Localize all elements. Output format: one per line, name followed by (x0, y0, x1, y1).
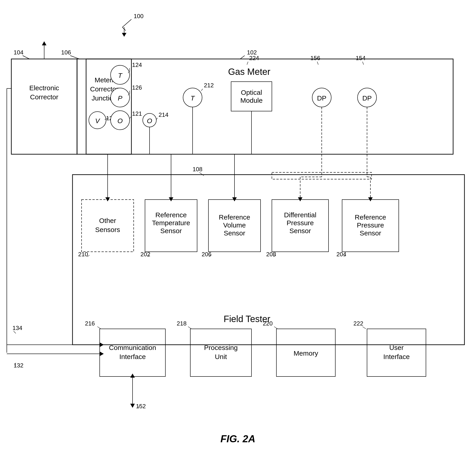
ref-202: 202 (140, 251, 150, 258)
rps-label2: Pressure (357, 221, 384, 229)
ref-126: 126 (132, 84, 142, 91)
ref-121: 121 (132, 110, 142, 117)
ref-204: 204 (336, 251, 346, 258)
ref-214: 214 (159, 111, 168, 118)
ref-218: 218 (177, 320, 187, 327)
ref-222: 222 (353, 320, 363, 327)
rvs-label3: Sensor (224, 229, 245, 237)
ref-106: 106 (61, 49, 71, 56)
svg-line-0 (122, 19, 131, 27)
t1-label: T (118, 72, 123, 79)
pu-label2: Unit (215, 353, 227, 360)
dp1-label: DP (317, 94, 326, 102)
svg-marker-59 (130, 404, 135, 408)
ref-206: 206 (202, 251, 211, 258)
ref-154: 154 (356, 55, 366, 62)
ref-124: 124 (132, 62, 142, 68)
svg-line-14 (201, 89, 203, 91)
t2-label: T (191, 94, 195, 102)
pu-label1: Processing (204, 344, 238, 351)
dps-label1: Differential (284, 211, 316, 219)
rts-label2: Temperature (152, 219, 190, 227)
svg-line-25 (188, 327, 191, 329)
svg-line-18 (199, 172, 204, 176)
memory-label: Memory (294, 350, 318, 357)
svg-line-27 (363, 327, 366, 329)
rvs-label2: Volume (223, 221, 246, 229)
svg-marker-57 (42, 41, 46, 45)
ref-224: 224 (249, 55, 259, 62)
svg-line-16 (317, 62, 318, 65)
p1-label: P (118, 94, 122, 102)
svg-line-13 (156, 118, 157, 120)
electronic-corrector-box (11, 59, 77, 154)
ref-216: 216 (85, 320, 95, 327)
ref-212: 212 (204, 82, 214, 89)
ref-210: 210 (78, 251, 88, 258)
rps-label3: Sensor (359, 229, 381, 237)
ui-label2: Interface (383, 353, 410, 360)
ref-208: 208 (266, 251, 276, 258)
v-symbol-label: V (95, 117, 100, 124)
svg-marker-52 (100, 343, 104, 347)
svg-line-17 (363, 62, 364, 65)
rps-label1: Reference (355, 213, 386, 221)
o2-label: O (147, 117, 152, 124)
ref-108: 108 (193, 166, 202, 173)
gas-meter-label: Gas Meter (228, 67, 271, 77)
svg-line-6 (70, 56, 79, 59)
electronic-corrector-label: Electronic (29, 84, 59, 92)
svg-marker-3 (122, 33, 127, 37)
rts-label1: Reference (155, 211, 187, 219)
main-diagram-svg: 100 102 Gas Meter 104 Electronic Correct… (0, 0, 476, 457)
svg-line-5 (23, 56, 29, 59)
ui-label1: User (389, 344, 403, 351)
other-sensors-label2: Sensors (95, 226, 120, 233)
ref-152: 152 (136, 403, 146, 410)
electronic-corrector-label2: Corrector (30, 93, 58, 101)
ci-label1: Communication (109, 344, 156, 351)
svg-marker-54 (100, 352, 104, 356)
svg-line-4 (240, 56, 245, 59)
dp2-label: DP (362, 94, 372, 102)
ref-134: 134 (12, 325, 22, 331)
ref-132: 132 (14, 362, 23, 369)
ref-100: 100 (134, 13, 144, 19)
rvs-label1: Reference (219, 213, 250, 221)
ref-220: 220 (263, 320, 272, 327)
ref-104: 104 (14, 49, 23, 56)
ref-156: 156 (310, 55, 320, 62)
dps-label2: Pressure (287, 219, 314, 227)
svg-line-12 (130, 117, 131, 118)
optical-module-label2: Module (240, 97, 263, 104)
svg-line-15 (247, 62, 248, 65)
optical-module-label1: Optical (241, 89, 262, 96)
dps-label3: Sensor (289, 227, 311, 235)
svg-marker-61 (130, 374, 135, 378)
diagram-container: 100 102 Gas Meter 104 Electronic Correct… (0, 0, 476, 457)
svg-line-24 (97, 327, 101, 329)
fig-caption: FIG. 2A (221, 433, 255, 444)
svg-line-26 (274, 327, 278, 329)
svg-line-50 (14, 331, 16, 334)
ci-label2: Interface (119, 353, 146, 360)
other-sensors-label1: Other (99, 217, 116, 224)
rts-label3: Sensor (160, 227, 182, 235)
o1-label: O (117, 117, 123, 124)
